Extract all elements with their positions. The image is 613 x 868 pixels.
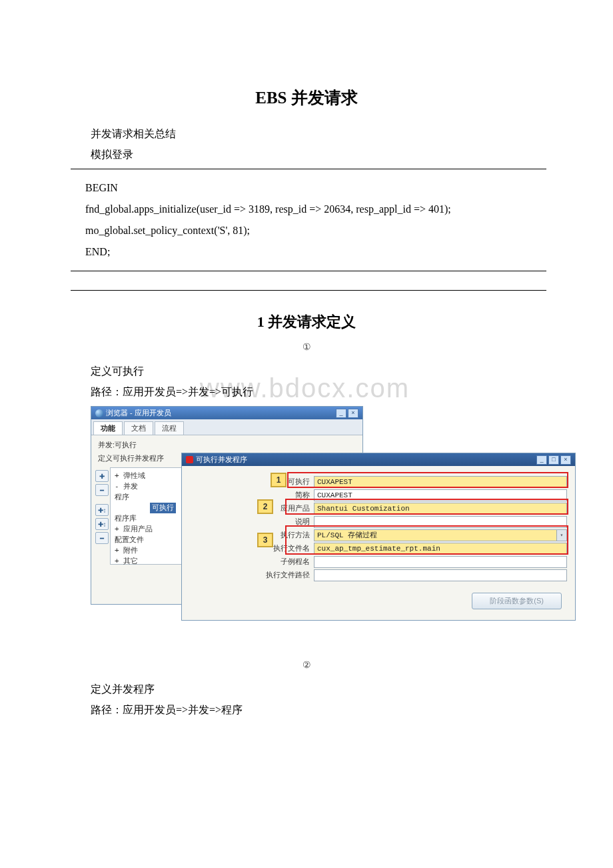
label-application: 应用产品 bbox=[190, 503, 314, 513]
code-blank-row bbox=[71, 271, 546, 290]
tab-document[interactable]: 文档 bbox=[124, 421, 153, 435]
globe-icon bbox=[95, 409, 103, 417]
input-subroutine[interactable] bbox=[314, 556, 567, 568]
label-file-name: 执行文件名 bbox=[190, 543, 314, 553]
form-titlebar[interactable]: 可执行并发程序 _ □ × bbox=[182, 453, 575, 466]
stage-params-button[interactable]: 阶段函数参数(S) bbox=[472, 593, 562, 609]
annotation-badge-2: 2 bbox=[257, 499, 273, 514]
input-description[interactable] bbox=[314, 516, 567, 528]
code-block-frame: BEGIN fnd_global.apps_initialize(user_id… bbox=[71, 169, 546, 291]
tree-button-column: ✚ ━ ✚↕ ✚↕ ━ bbox=[95, 467, 110, 565]
navigator-titlebar[interactable]: 浏览器 - 应用开发员 _ × bbox=[91, 407, 362, 419]
intro-line-1: 并发请求相关总结 bbox=[67, 127, 546, 141]
label-method: 执行方法 bbox=[190, 530, 314, 540]
form-body: 可执行 CUXAPEST 简称 CUXAPEST 应用产品 Shantui Cu… bbox=[182, 466, 575, 620]
annotation-badge-3: 3 bbox=[257, 533, 273, 547]
form-title-text: 可执行并发程序 bbox=[196, 455, 247, 465]
code-block: BEGIN fnd_global.apps_initialize(user_id… bbox=[71, 169, 546, 271]
ebs-screenshot: 浏览器 - 应用开发员 _ × 功能 文档 流程 并发:可执行 定义可执行并发程… bbox=[91, 406, 572, 646]
nav-path-line1: 并发:可执行 bbox=[95, 438, 358, 452]
code-line: BEGIN bbox=[85, 177, 534, 199]
input-short-name[interactable]: CUXAPEST bbox=[314, 489, 567, 501]
section1-line1: 定义可执行 bbox=[67, 365, 546, 379]
section-heading-1: 1 并发请求定义 bbox=[67, 312, 546, 332]
label-short-name: 简称 bbox=[190, 490, 314, 500]
code-line: fnd_global.apps_initialize(user_id => 31… bbox=[85, 199, 534, 220]
code-line: END; bbox=[85, 241, 534, 263]
subsection-number-2: ② bbox=[67, 659, 546, 671]
tree-expand-button[interactable]: ✚ bbox=[95, 470, 109, 482]
tree-collapse-all-button[interactable]: ✚↕ bbox=[95, 518, 109, 530]
label-file-path: 执行文件路径 bbox=[190, 570, 314, 580]
executable-form-window: 可执行并发程序 _ □ × 可执行 CUXAPEST 简称 CUXAPEST bbox=[181, 453, 576, 621]
code-line: mo_global.set_policy_context('S', 81); bbox=[85, 220, 534, 241]
label-executable: 可执行 bbox=[190, 477, 314, 487]
tree-collapse-button[interactable]: ━ bbox=[95, 484, 109, 496]
tree-expand-all-button[interactable]: ✚↕ bbox=[95, 504, 109, 516]
navigator-title-text: 浏览器 - 应用开发员 bbox=[106, 408, 171, 418]
intro-line-2: 模拟登录 bbox=[67, 148, 546, 162]
select-method[interactable]: PL/SQL 存储过程 ▾ bbox=[314, 529, 567, 541]
subsection-number-1: ① bbox=[67, 341, 546, 353]
window-minimize-button[interactable]: _ bbox=[336, 409, 346, 418]
window-close-button[interactable]: × bbox=[560, 455, 571, 465]
section1-line2: 路径：应用开发员=>并发=>可执行 bbox=[67, 385, 546, 399]
window-close-button[interactable]: × bbox=[348, 409, 358, 418]
navigator-tabs: 功能 文档 流程 bbox=[91, 419, 362, 435]
label-subroutine: 子例程名 bbox=[190, 557, 314, 567]
label-description: 说明 bbox=[190, 517, 314, 527]
tab-function[interactable]: 功能 bbox=[93, 421, 123, 435]
section2-line2: 路径：应用开发员=>并发=>程序 bbox=[67, 703, 546, 717]
input-executable[interactable]: CUXAPEST bbox=[314, 476, 567, 488]
annotation-badge-1: 1 bbox=[271, 473, 287, 487]
window-minimize-button[interactable]: _ bbox=[536, 455, 547, 465]
document-title: EBS 并发请求 bbox=[67, 87, 546, 109]
oracle-icon bbox=[186, 456, 193, 463]
tree-collapse-branch-button[interactable]: ━ bbox=[95, 532, 109, 544]
input-file-path[interactable] bbox=[314, 569, 567, 581]
window-restore-button[interactable]: □ bbox=[548, 455, 559, 465]
input-file-name[interactable]: cux_ap_tmp_estimate_rpt.main bbox=[314, 543, 567, 555]
tab-process[interactable]: 流程 bbox=[155, 421, 184, 435]
input-application[interactable]: Shantui Customization bbox=[314, 503, 567, 515]
section2-line1: 定义并发程序 bbox=[67, 683, 546, 697]
chevron-down-icon[interactable]: ▾ bbox=[556, 530, 566, 541]
